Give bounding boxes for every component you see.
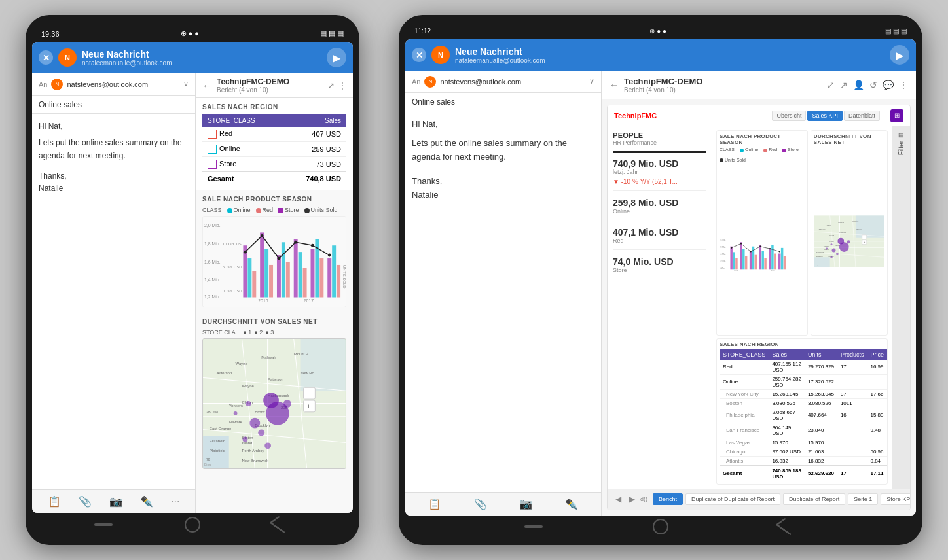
svg-rect-97 (759, 245, 761, 269)
person-icon[interactable]: 👤 (853, 80, 864, 90)
svg-text:Plainfield: Plainfield (210, 449, 225, 453)
svg-rect-96 (755, 254, 757, 269)
body-closing-small: Thanks,Natalie (39, 170, 189, 195)
table-row[interactable]: Online 259.764.282 USD 17.320.522 (720, 374, 888, 389)
close-button-small[interactable]: ✕ (39, 50, 53, 65)
row-prod-lv (837, 438, 867, 447)
filter-icon[interactable]: ▤ (898, 131, 904, 138)
table-row[interactable]: Philadelphia 2.068.667 USD 407.664 16 15… (720, 408, 888, 423)
table-row[interactable]: Boston 3.080.526 3.080.526 1011 NA (720, 398, 888, 408)
tab-prev-icon[interactable]: ◀ (613, 495, 624, 504)
sender-email-small: nataleemanualle@outlook.com (82, 60, 321, 67)
toolbar-icon-attach-large[interactable]: 📎 (474, 498, 487, 510)
expand-icon[interactable]: ⤢ (328, 81, 335, 90)
comment-icon[interactable]: 💬 (883, 80, 894, 90)
close-button-large[interactable]: ✕ (412, 48, 426, 62)
tab-duplicate-duplicate[interactable]: Duplicate of Duplicate of Report (685, 493, 780, 505)
table-row[interactable]: Las Vegas 15.970 15.970 NA (720, 438, 888, 447)
svg-text:Mahwah: Mahwah (838, 222, 845, 224)
large-report-title: TechnipFMC-DEMO (624, 77, 822, 86)
tab-duplicate[interactable]: Duplicate of Report (783, 493, 845, 505)
sales-online: 259 USD (283, 142, 346, 157)
svg-rect-22 (319, 258, 323, 297)
email-body-large[interactable]: Hi Nat, Lets put the online sales summar… (405, 111, 601, 491)
send-button-small[interactable]: ▶ (327, 48, 346, 67)
nav-recent-icon[interactable] (94, 523, 113, 526)
toolbar-icon-camera[interactable]: 📷 (109, 495, 122, 508)
share-icon[interactable]: ↗ (840, 80, 848, 90)
row-chicago: Chicago (720, 447, 769, 456)
dot3: ● 3 (265, 329, 274, 336)
nav-back-icon-large[interactable] (775, 518, 800, 536)
tab-ubersicht[interactable]: Übersicht (772, 111, 806, 121)
toolbar-icon-compose-large[interactable]: 📋 (428, 498, 441, 510)
more-icon-large[interactable]: ⋮ (899, 80, 908, 90)
svg-rect-91 (740, 242, 742, 269)
refresh-icon[interactable]: ↺ (869, 80, 877, 90)
table-row[interactable]: Red 407 USD (202, 127, 346, 142)
filter-label: Filter (898, 141, 905, 155)
toolbar-icon-draw[interactable]: ✒️ (140, 495, 153, 508)
total-label: Gesamt (202, 172, 283, 186)
svg-text:2016: 2016 (734, 269, 738, 271)
subject-field-large[interactable]: Online sales (405, 93, 601, 111)
email-header-large: ✕ N Neue Nachricht nataleemanualle@outlo… (405, 39, 916, 71)
svg-text:Clifton: Clifton (829, 241, 834, 243)
tab-bericht[interactable]: Bericht (653, 493, 683, 505)
table-row[interactable]: New York City 15.263.045 15.263.045 37 1… (720, 389, 888, 398)
row-units-chicago: 21.663 (805, 447, 837, 456)
back-arrow-icon-small[interactable]: ← (202, 80, 211, 91)
send-button-large[interactable]: ▶ (890, 45, 909, 65)
more-icon[interactable]: ⋮ (338, 81, 346, 90)
toolbar-icon-attach[interactable]: 📎 (79, 495, 92, 508)
table-header-store-class: STORE_CLASS (202, 114, 283, 127)
nav-home-icon[interactable] (185, 517, 200, 533)
svg-point-75 (234, 411, 238, 415)
table-row[interactable]: Store 73 USD (202, 157, 346, 172)
kpi-separator (613, 151, 706, 153)
tablet-small: 19:36 ⊕ ● ● ▤ ▤ ▤ ✕ N Neue Nachricht nat… (26, 15, 359, 545)
svg-text:Bing: Bing (204, 463, 211, 466)
tab-seite1[interactable]: Seite 1 (848, 493, 878, 505)
kpi-block-online: 259,8 Mio. USD Online (613, 198, 706, 220)
toolbar-icon-camera-large[interactable]: 📷 (519, 498, 532, 510)
subject-field-small[interactable]: Online sales (32, 96, 195, 114)
table-row[interactable]: Online 259 USD (202, 142, 346, 157)
table-row[interactable]: San Francisco 364.149 USD 23.840 9,48 NA (720, 423, 888, 438)
tab-sales-kpi[interactable]: Sales KPI (807, 111, 843, 121)
svg-rect-103 (778, 253, 780, 269)
table-row[interactable]: Red 407.155.112 USD 29.270.329 17 16,99 … (720, 360, 888, 375)
svg-text:New Ro.: New Ro. (856, 229, 862, 231)
toolbar-icon-compose[interactable]: 📋 (48, 495, 61, 508)
tab-next-icon[interactable]: ▶ (627, 495, 638, 504)
to-field-large[interactable]: An N natstevens@outlook.com ∨ (405, 71, 601, 93)
toolbar-icon-draw-large[interactable]: ✒️ (565, 498, 578, 510)
svg-text:20 Mio.: 20 Mio. (720, 246, 726, 249)
row-payment-red: NA (887, 360, 888, 375)
tab-storekpi[interactable]: Store KPi (881, 493, 910, 505)
table-row[interactable]: Atlantis 16.832 16.832 0,84 NA (720, 456, 888, 465)
svg-rect-90 (735, 258, 737, 269)
email-body-small[interactable]: Hi Nat, Lets put the online sales summar… (32, 114, 195, 489)
to-field-small[interactable]: An N natstevens@outlook.com ∨ (32, 73, 195, 96)
toolbar-icon-more[interactable]: ··· (171, 496, 179, 508)
nav-back-icon[interactable] (269, 516, 294, 533)
kpi-sub-online: Online (613, 208, 706, 215)
svg-point-111 (779, 251, 780, 252)
back-arrow-icon-large[interactable]: ← (610, 80, 619, 90)
svg-rect-11 (260, 233, 264, 298)
table-row[interactable]: Chicago 97.602 USD 21.663 50,96 NA (720, 447, 888, 456)
tab-datenblatt[interactable]: Datenblatt (844, 111, 880, 121)
map-area-small: Jefferson Wayne Mahwah Mount P.. Wayne P… (202, 338, 346, 469)
email-header-small: ✕ N Neue Nachricht nataleemanualle@outlo… (32, 42, 353, 73)
expand-icon-large[interactable]: ⤢ (827, 80, 835, 90)
nav-recent-icon-large[interactable] (524, 525, 543, 528)
row-sanfrancisco: San Francisco (720, 423, 769, 438)
svg-text:Wayne: Wayne (826, 224, 831, 226)
kpi-value-store: 74,0 Mio. USD (613, 256, 706, 267)
kpi-block-red: 407,1 Mio. USD Red (613, 227, 706, 250)
powerbi-charts-area: SALE NACH PRODUCT SEASON CLASS Online Re… (712, 126, 892, 488)
svg-text:5 Tsd. USD: 5 Tsd. USD (223, 265, 242, 269)
avatar-small: N (58, 48, 77, 67)
nav-home-icon-large[interactable] (653, 519, 668, 534)
